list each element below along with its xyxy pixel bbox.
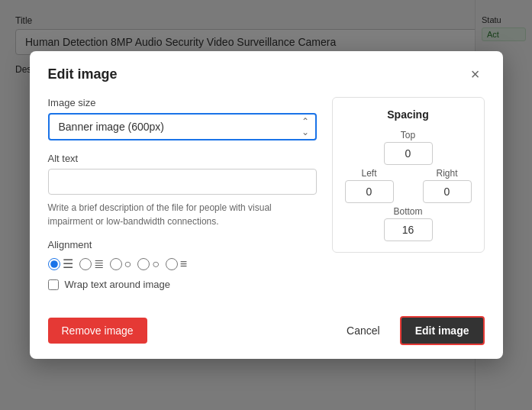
edit-image-button[interactable]: Edit image [400,316,485,345]
image-size-label: Image size [48,97,317,108]
image-size-select[interactable]: Banner image (600px) Small (200px) Mediu… [48,113,317,140]
align-right-radio[interactable] [166,258,178,270]
modal-backdrop: Edit image × Image size Banner image (60… [0,0,532,410]
spacing-top-input[interactable] [384,142,433,165]
modal-close-button[interactable]: × [466,65,485,83]
spacing-bottom-col: Bottom [384,206,433,241]
spacing-right-col: Right [423,168,472,203]
alt-text-hint: Write a brief description of the file fo… [48,201,317,228]
modal-footer: Remove image Cancel Edit image [30,308,503,359]
align-right-option[interactable]: ≡ [166,257,187,271]
spacing-bottom-input[interactable] [384,218,433,241]
spacing-left-label: Left [361,168,376,179]
spacing-title: Spacing [345,108,472,121]
modal-right-column: Spacing Top Left [332,97,485,296]
modal-left-column: Image size Banner image (600px) Small (2… [48,97,317,296]
alt-text-label: Alt text [48,153,317,164]
spacing-bottom-label: Bottom [393,206,422,217]
align-center-right-icon: ≣ [94,257,104,271]
spacing-top-label: Top [401,130,415,140]
modal-header: Edit image × [30,51,503,94]
align-center-right-option[interactable]: ≣ [79,257,104,271]
spacing-right-label: Right [436,168,457,179]
image-size-select-wrapper: Banner image (600px) Small (200px) Mediu… [48,113,317,140]
spacing-top-row: Top [345,130,472,165]
modal-title: Edit image [48,66,118,82]
align-left-option[interactable]: ☰ [48,257,73,271]
align-right-left-radio[interactable] [137,258,150,270]
align-center-right-radio[interactable] [79,258,92,270]
align-right-left-icon: ○ [152,257,160,271]
spacing-top-col: Top [384,130,433,165]
spacing-bottom-row: Bottom [345,206,472,241]
align-center-radio[interactable] [110,258,122,270]
wrap-text-label[interactable]: Wrap text around image [65,279,171,290]
alignment-options: ☰ ≣ ○ ○ [48,257,317,271]
align-right-icon: ≡ [180,257,187,271]
spacing-center-empty [394,170,423,201]
spacing-left-col: Left [345,168,394,203]
cancel-button[interactable]: Cancel [336,318,391,344]
spacing-right-input[interactable] [423,180,472,203]
align-right-left-option[interactable]: ○ [137,257,160,271]
align-center-option[interactable]: ○ [110,257,132,271]
align-center-icon: ○ [124,257,132,271]
align-left-radio[interactable] [48,258,60,270]
align-left-icon: ☰ [63,257,73,271]
edit-image-modal: Edit image × Image size Banner image (60… [30,51,503,359]
alt-text-input[interactable] [48,169,317,195]
wrap-text-checkbox[interactable] [48,279,59,290]
wrap-text-row: Wrap text around image [48,279,317,290]
modal-body: Image size Banner image (600px) Small (2… [30,94,503,308]
spacing-middle-row: Left Right [345,168,472,203]
alignment-label: Alignment [48,239,317,250]
spacing-box: Spacing Top Left [332,97,485,253]
spacing-left-input[interactable] [345,180,394,203]
remove-image-button[interactable]: Remove image [48,318,147,344]
